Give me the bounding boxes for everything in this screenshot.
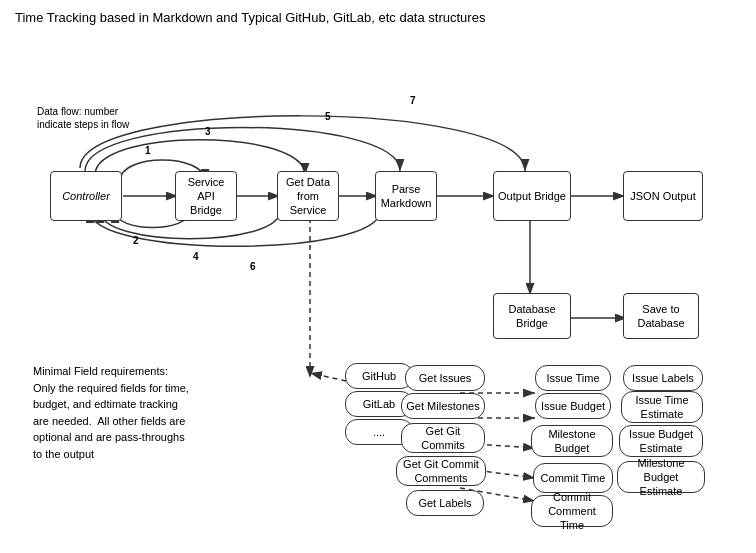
issue-time-node: Issue Time [535,365,611,391]
save-database-node: Save to Database [623,293,699,339]
issue-budget-estimate-node: Issue Budget Estimate [619,425,703,457]
get-issues-node: Get Issues [405,365,485,391]
diagram-area: Data flow: number indicate steps in flow… [15,33,741,543]
get-git-commit-comments-node: Get Git Commit Comments [396,456,486,486]
database-bridge-node: Database Bridge [493,293,571,339]
commit-time-node: Commit Time [533,463,613,493]
issue-labels-node: Issue Labels [623,365,703,391]
get-milestones-node: Get Milestones [401,393,485,419]
github-node: GitHub [345,363,413,389]
step-label-5: 5 [325,111,331,122]
commit-comment-time-node: Commit Comment Time [531,495,613,527]
controller-node: Controller [50,171,122,221]
step-label-4: 4 [193,251,199,262]
info-text: Minimal Field requirements: Only the req… [33,363,233,462]
get-labels-node: Get Labels [406,490,484,516]
step-label-1: 1 [145,145,151,156]
parse-markdown-node: Parse Markdown [375,171,437,221]
get-git-commits-node: Get Git Commits [401,423,485,453]
issue-budget-node: Issue Budget [535,393,611,419]
issue-time-estimate-node: Issue Time Estimate [621,391,703,423]
get-data-node: Get Data from Service [277,171,339,221]
milestone-budget-node: Milestone Budget [531,425,613,457]
page-title: Time Tracking based in Markdown and Typi… [15,10,741,25]
step-label-3: 3 [205,126,211,137]
step-label-2: 2 [133,235,139,246]
output-bridge-node: Output Bridge [493,171,571,221]
service-bridge-node: Service API Bridge [175,171,237,221]
step-label-7: 7 [410,95,416,106]
json-output-node: JSON Output [623,171,703,221]
step-label-6: 6 [250,261,256,272]
data-flow-label: Data flow: number indicate steps in flow [37,105,129,131]
page-container: Time Tracking based in Markdown and Typi… [0,0,756,553]
milestone-budget-estimate-node: Milestone Budget Estimate [617,461,705,493]
